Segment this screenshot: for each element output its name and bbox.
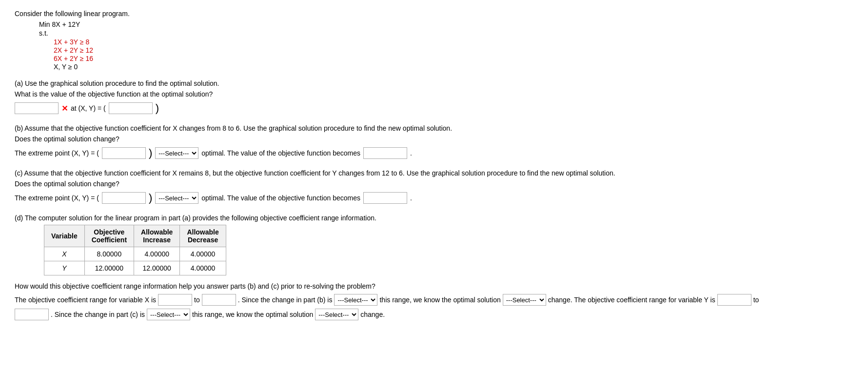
part-d: (d) The computer solution for the linear… — [15, 214, 853, 320]
range-r1-select2[interactable]: ---Select--- will not will — [503, 294, 546, 306]
part-b-subtext: Does the optimal solution change? — [15, 135, 853, 143]
part-c: (c) Assume that the objective function c… — [15, 169, 853, 204]
table-cell-variable: X — [44, 247, 85, 261]
part-a: (a) Use the graphical solution procedure… — [15, 79, 853, 115]
range-question: How would this objective coefficient ran… — [15, 282, 853, 290]
range-r1-p2: . Since the change in part (b) is — [238, 296, 333, 304]
lp-constraint-3: 6X + 2Y ≥ 16 — [54, 55, 853, 62]
table-cell-value: 12.00000 — [134, 261, 180, 275]
col-obj-coeff: ObjectiveCoefficient — [84, 225, 134, 247]
lp-constraint-2: 2X + 2Y ≥ 12 — [54, 46, 853, 54]
part-a-question: What is the value of the objective funct… — [15, 90, 853, 98]
problem-statement: Consider the following linear program. M… — [15, 10, 853, 71]
part-a-input-row: ✕ at (X, Y) = ( ) — [15, 102, 853, 115]
lp-nonneg: X, Y ≥ 0 — [54, 63, 853, 71]
range-r1-p4: change. The objective coefficient range … — [548, 296, 715, 304]
range-x-to[interactable] — [202, 294, 236, 306]
part-a-xy-value[interactable] — [109, 102, 153, 114]
coeff-table: Variable ObjectiveCoefficient AllowableI… — [44, 225, 226, 275]
range-row-1: The objective coefficient range for vari… — [15, 294, 853, 306]
part-c-extreme-label: The extreme point (X, Y) = ( — [15, 194, 99, 202]
col-allow-dec: AllowableDecrease — [180, 225, 226, 247]
range-r1-p3: this range, we know the optimal solution — [379, 296, 500, 304]
lp-constraint-1: 1X + 3Y ≥ 8 — [54, 38, 853, 46]
range-r2-select2[interactable]: ---Select--- will not will — [315, 309, 358, 320]
part-c-label: (c) Assume that the objective function c… — [15, 169, 853, 177]
table-cell-variable: Y — [44, 261, 85, 275]
part-b-close-paren: ) — [149, 147, 152, 159]
part-c-optimal-text: optimal. The value of the objective func… — [201, 194, 360, 202]
part-b: (b) Assume that the objective function c… — [15, 124, 853, 159]
close-paren: ) — [156, 102, 159, 115]
table-cell-value: 4.00000 — [180, 247, 226, 261]
part-b-extreme-label: The extreme point (X, Y) = ( — [15, 149, 99, 157]
intro-text: Consider the following linear program. — [15, 10, 853, 18]
part-b-optimal-text: optimal. The value of the objective func… — [201, 149, 360, 157]
part-c-subtext: Does the optimal solution change? — [15, 180, 853, 188]
range-row-2: . Since the change in part (c) is ---Sel… — [15, 309, 853, 320]
range-r1-select1[interactable]: ---Select--- within outside — [334, 294, 377, 306]
lp-block: Min 8X + 12Y s.t. 1X + 3Y ≥ 8 2X + 2Y ≥ … — [39, 20, 853, 71]
range-y-from[interactable] — [717, 294, 751, 306]
range-r1-to2: to — [753, 296, 759, 304]
table-cell-value: 8.00000 — [84, 247, 134, 261]
part-b-period: . — [410, 149, 412, 157]
x-mark-icon: ✕ — [61, 104, 68, 113]
lp-objective: Min 8X + 12Y — [39, 20, 853, 28]
part-a-at-label: at (X, Y) = ( — [71, 104, 106, 112]
part-a-label: (a) Use the graphical solution procedure… — [15, 79, 853, 87]
range-y-to[interactable] — [15, 309, 49, 320]
part-c-select[interactable]: ---Select--- remains becomes — [155, 192, 198, 204]
range-r2-p3: change. — [360, 311, 385, 318]
table-header-row: Variable ObjectiveCoefficient AllowableI… — [44, 225, 226, 247]
part-c-xy-value[interactable] — [102, 192, 146, 204]
lp-st: s.t. — [39, 29, 853, 37]
part-c-input-row: The extreme point (X, Y) = ( ) ---Select… — [15, 192, 853, 204]
part-b-obj-becomes[interactable] — [363, 147, 407, 159]
part-b-input-row: The extreme point (X, Y) = ( ) ---Select… — [15, 147, 853, 159]
range-r2-p1: . Since the change in part (c) is — [51, 311, 145, 318]
range-r1-to: to — [194, 296, 200, 304]
part-b-label: (b) Assume that the objective function c… — [15, 124, 853, 132]
part-c-period: . — [410, 194, 412, 202]
range-r1-p1: The objective coefficient range for vari… — [15, 296, 156, 304]
table-row: Y12.0000012.000004.00000 — [44, 261, 226, 275]
table-cell-value: 12.00000 — [84, 261, 134, 275]
part-c-close-paren: ) — [149, 192, 152, 204]
table-cell-value: 4.00000 — [134, 247, 180, 261]
table-row: X8.000004.000004.00000 — [44, 247, 226, 261]
part-d-label: (d) The computer solution for the linear… — [15, 214, 853, 222]
col-allow-inc: AllowableIncrease — [134, 225, 180, 247]
range-r2-p2: this range, we know the optimal solution — [192, 311, 313, 318]
part-c-obj-becomes[interactable] — [363, 192, 407, 204]
col-variable: Variable — [44, 225, 85, 247]
part-b-xy-value[interactable] — [102, 147, 146, 159]
part-b-select[interactable]: ---Select--- remains becomes — [155, 147, 198, 159]
table-cell-value: 4.00000 — [180, 261, 226, 275]
range-x-from[interactable] — [158, 294, 192, 306]
range-r2-select1[interactable]: ---Select--- within outside — [147, 309, 190, 320]
part-a-obj-value[interactable] — [15, 102, 59, 114]
